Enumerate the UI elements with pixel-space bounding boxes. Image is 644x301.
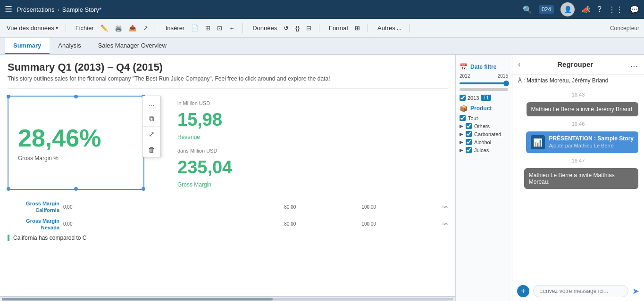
year-checkbox[interactable] <box>460 95 466 101</box>
year-label: 2013 <box>468 95 479 101</box>
revenue-label: Revenue <box>177 134 232 140</box>
chat-messages: 16:43 Mathieu Le Berre a invité Jérémy B… <box>512 87 644 281</box>
filter-others-cb[interactable] <box>466 123 472 129</box>
filter-carbonated-arrow[interactable]: ▶ <box>460 131 463 137</box>
fichier-icon1[interactable]: ✏️ <box>99 24 110 33</box>
year-filter-row: 2013 T1 <box>460 95 508 101</box>
breadcrumb-story[interactable]: Sample Story* <box>62 6 101 13</box>
format-icon1[interactable]: ⊞ <box>353 24 362 33</box>
toolbar-format-group: Format ⊞ <box>327 24 368 33</box>
filter-item-juices: ▶ Juices <box>460 147 508 153</box>
autres-chevron: … <box>397 25 401 31</box>
context-more-btn[interactable]: … <box>142 96 160 111</box>
date-filter-icon: 📅 <box>460 63 468 71</box>
chat-more-btn[interactable]: … <box>630 59 638 69</box>
chat-back-btn[interactable]: ‹ <box>518 60 520 69</box>
inserer-icon2[interactable]: ⊞ <box>203 24 212 33</box>
slider-start-label: 2012 <box>460 73 470 79</box>
content-area: Summary Q1 (2013) – Q4 (2015) This story… <box>0 55 455 301</box>
context-expand-btn[interactable]: ⤢ <box>142 127 160 142</box>
toolbar-fichier-group: Fichier ✏️ 🖨️ 📤 ↗ <box>74 24 156 33</box>
donnees-icon1[interactable]: ↺ <box>282 24 291 33</box>
tick-100: 100,00 <box>361 204 376 210</box>
donnees-icon2[interactable]: {} <box>293 24 301 33</box>
donnees-icon3[interactable]: ⊟ <box>304 24 313 33</box>
chat-bubble-link[interactable]: 📊 PRÉSENTATION : Sample Story Ajouté par… <box>526 131 638 153</box>
chat-icon[interactable]: 💬 <box>630 5 639 14</box>
scrollbar-thumb[interactable] <box>2 298 273 301</box>
filter-tout-cb[interactable] <box>460 115 466 121</box>
chat-bubble-invite2: Mathieu Le Berre a invité Matthias Morea… <box>524 168 638 189</box>
resize-handle-tc[interactable] <box>74 95 78 98</box>
vue-donnees-btn[interactable]: Vue des données ▾ <box>5 24 60 33</box>
menu-icon[interactable]: ☰ <box>5 4 12 15</box>
revenue-unit2: dans Million USD <box>177 148 232 154</box>
filter-carbonated-cb[interactable] <box>466 131 472 137</box>
inserer-icon3[interactable]: ⊡ <box>215 24 224 33</box>
filter-alcohol-arrow[interactable]: ▶ <box>460 139 463 145</box>
chat-recipients: Matthias Moreau, Jérémy Briand <box>527 77 608 84</box>
inserer-btn[interactable]: Insérer <box>164 24 186 33</box>
filter-juices-cb[interactable] <box>466 147 472 153</box>
breadcrumb: Présentations › Sample Story* <box>17 6 101 13</box>
resize-handle-br[interactable] <box>142 187 145 191</box>
user-avatar[interactable]: 👤 <box>560 2 575 16</box>
tab-analysis[interactable]: Analysis <box>50 38 89 54</box>
page-subtitle: This story outlines sales for the fictio… <box>8 75 448 82</box>
tabs-bar: Summary Analysis Sales Manager Overview <box>0 38 644 55</box>
toolbar-donnees-group: Données ↺ {} ⊟ <box>251 24 319 33</box>
chat-to-label: À : <box>518 77 525 84</box>
vue-chevron: ▾ <box>56 25 58 31</box>
scrollbar-track[interactable] <box>2 298 453 301</box>
slider-end-label: 2015 <box>498 73 508 79</box>
scrollbar[interactable] <box>0 296 455 301</box>
breadcrumb-presentations[interactable]: Présentations <box>17 6 55 13</box>
kpi-box[interactable]: 28,46% Gross Margin % <box>8 96 144 190</box>
inserer-icon1[interactable]: 📄 <box>189 24 201 33</box>
search-icon[interactable]: 🔍 <box>523 5 532 14</box>
fichier-share[interactable]: ↗ <box>141 24 150 33</box>
chat-time-1646: 16:46 <box>518 121 638 127</box>
fichier-icon3[interactable]: 📤 <box>127 24 138 33</box>
autres-btn[interactable]: Autres … <box>376 24 403 33</box>
tick-80: 80,00 <box>284 204 296 210</box>
notification-icon[interactable]: 📣 <box>581 5 591 14</box>
gauge-nevada: Gross MarginNevada 0,00 80,00 100,00 <box>8 218 448 231</box>
slider-thumb[interactable] <box>503 81 509 86</box>
inserer-icon4[interactable]: ＋ <box>227 23 237 33</box>
tab-sales-manager[interactable]: Sales Manager Overview <box>90 38 175 54</box>
chat-input[interactable] <box>533 285 628 297</box>
resize-handle-bc[interactable] <box>74 187 78 191</box>
resize-handle-tl[interactable] <box>7 95 10 98</box>
help-icon[interactable]: ? <box>597 5 602 14</box>
tab-summary[interactable]: Summary <box>5 38 50 54</box>
slider-track[interactable] <box>460 82 508 84</box>
filter-alcohol-cb[interactable] <box>466 139 472 145</box>
date-slider[interactable]: 2012 2015 <box>460 73 508 91</box>
filter-item-tout: Tout <box>460 115 508 121</box>
california-note: California has compared to C <box>8 235 102 241</box>
format-btn[interactable]: Format <box>327 24 350 33</box>
grid-icon[interactable]: ⋮⋮ <box>608 5 623 14</box>
donnees-btn[interactable]: Données <box>251 24 279 33</box>
fichier-icon2[interactable]: 🖨️ <box>113 24 124 33</box>
fichier-btn[interactable]: Fichier <box>74 24 96 33</box>
context-copy-btn[interactable]: ⧉ <box>142 111 160 127</box>
gauge-california-ticks: 0,00 80,00 100,00 +∞ <box>63 203 448 211</box>
gross-margin-label: Gross Margin <box>177 181 232 188</box>
gauge-nevada-ticks: 0,00 80,00 100,00 +∞ <box>63 220 448 228</box>
chat-header: ‹ Regrouper … <box>512 55 644 74</box>
chat-add-btn[interactable]: + <box>517 285 529 297</box>
context-delete-btn[interactable]: 🗑 <box>142 142 160 157</box>
slider-secondary[interactable] <box>460 88 508 91</box>
toolbar-autres-group: Autres … <box>376 24 410 33</box>
chat-send-btn[interactable]: ➤ <box>632 286 639 296</box>
autres-label: Autres <box>377 24 395 32</box>
filter-juices-arrow[interactable]: ▶ <box>460 147 463 153</box>
page-title: Summary Q1 (2013) – Q4 (2015) <box>8 61 448 73</box>
filter-others-arrow[interactable]: ▶ <box>460 123 463 129</box>
resize-handle-bl[interactable] <box>7 187 10 191</box>
kpi-label: Gross Margin % <box>18 155 134 162</box>
product-filter-icon: 📦 <box>460 105 468 112</box>
gauge-california-label: Gross MarginCalifornia <box>8 200 59 214</box>
